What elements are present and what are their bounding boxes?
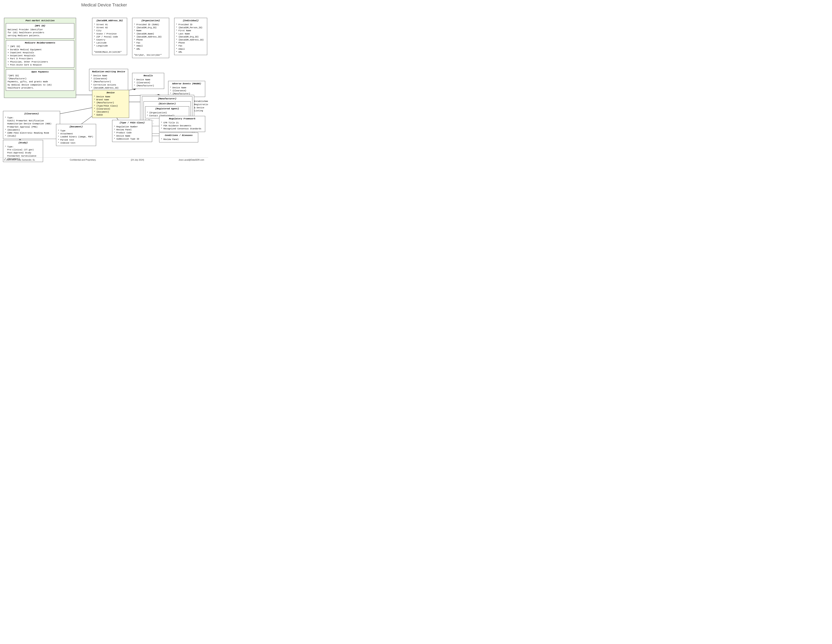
regulatory-title: Regulatory Framework (161, 117, 203, 120)
conditions-box: Conditions / Diseases * Review Panel (159, 133, 198, 143)
post-market-title: Post-market Activities (6, 19, 74, 22)
type-foia-title: {Type / FOIA Class} (114, 121, 150, 125)
radiation-title: Radiation-emitting Device (91, 70, 126, 74)
clearance-box: {Clearance} * Type: 510(k) Premarket Not… (3, 111, 60, 139)
datasdr-address-items: * Street 01 * Street 02 * City * State /… (94, 23, 125, 54)
footer-email: Jose.Lacal@DataSDR.com (179, 159, 204, 161)
conditions-items: * Review Panel (161, 138, 197, 141)
open-item-4: healthcare providers. (8, 87, 72, 90)
medicare-item-2: + Inpatient Hospitals (8, 51, 72, 54)
medicare-item-6: + Post–Acute Care & Hospice (8, 64, 72, 66)
open-payments-items: *{NPI ID} *{Manufacturer} Payments, gift… (8, 74, 72, 90)
type-foia-items: * Regulation Number * Review Panel * Pro… (114, 125, 150, 141)
datasdr-address-box: {DataSDR_Address_ID} * Street 01 * Stree… (92, 18, 127, 55)
medicare-item-0: * {NPI ID} (8, 45, 72, 48)
open-item-3: by medical device companies to (US) (8, 83, 72, 87)
medicare-item-1: + Durable Medical Equipment (8, 48, 72, 51)
medicare-item-3: + Outpatient Hospitals (8, 54, 72, 57)
document-title: {Document} (58, 125, 94, 128)
clearance-items: * Type: 510(k) Premarket Notification Hu… (5, 116, 58, 138)
conditions-title: Conditions / Diseases (161, 134, 197, 137)
footer: © 2020-2024 Data Santander, SL Confident… (0, 157, 208, 162)
open-item-0: *{NPI ID} (8, 74, 72, 77)
datasdr-address-title: {DataSDR_Address_ID} (94, 19, 125, 22)
regulatory-items: * CFR Title 21 * FDA Guidance Documents … (161, 121, 203, 131)
distributor-title: {Distributor} (145, 103, 189, 106)
adverse-events-items: * Device Name * {Clearance} * {Manufactu… (170, 86, 203, 96)
adverse-events-title: Adverse Events (MAUDE) (170, 82, 203, 85)
organization-items: * Provided ID (DUNS) * {DataSDR_Org_ID} … (134, 23, 167, 57)
organization-box: {Organization} * Provided ID (DUNS) * {D… (132, 18, 169, 58)
recalls-items: * Device Name * {Clearance} * {Manufactu… (134, 78, 162, 88)
medicare-item-5: + Physician, Other Practitioners (8, 61, 72, 64)
manufacturer-title: {Manufacturer} (144, 97, 191, 101)
individual-title: {Individual} (176, 19, 205, 22)
adverse-events-box: Adverse Events (MAUDE) * Device Name * {… (168, 81, 205, 97)
medicare-title: Medicare Reimbursements (8, 42, 72, 45)
radiation-device-box: Radiation-emitting Device * Device Name … (89, 69, 128, 91)
npi-title: {NPI ID} (8, 24, 72, 28)
npi-desc: National Provider Identifier for (US) he… (8, 28, 72, 37)
medicare-box: Medicare Reimbursements * {NPI ID} + Dur… (6, 40, 74, 68)
registered-agent-title: {Registered Agent} (147, 107, 187, 111)
radiation-items: * Device Name * {Clearance} * {Manufactu… (91, 74, 126, 90)
medicare-item-4: + Part D Prescribers (8, 57, 72, 60)
npi-box: {NPI ID} National Provider Identifier fo… (6, 23, 74, 38)
device-items: * Device Name * Brand name * {Manufactur… (94, 95, 127, 117)
regulatory-box: Regulatory Framework * CFR Title 21 * FD… (159, 116, 205, 132)
individual-items: * Provided ID * {DataSDR_Person_ID} * Fi… (176, 23, 205, 54)
recalls-title: Recalls (134, 74, 162, 77)
open-payments-box: Open Payments *{NPI ID} *{Manufacturer} … (6, 69, 74, 91)
footer-confidential: Confidential and Proprietary. (70, 159, 96, 161)
footer-date: [24 July 2024] (131, 159, 144, 161)
individual-box: {Individual} * Provided ID * {DataSDR_Pe… (174, 18, 207, 55)
establishment-label: Establishment Registration & Device List… (194, 100, 208, 112)
footer-copyright: © 2020-2024 Data Santander, SL (4, 159, 35, 161)
study-title: {Study} (5, 141, 41, 144)
medicare-items: * {NPI ID} + Durable Medical Equipment +… (8, 45, 72, 66)
clearance-title: {Clearance} (5, 112, 58, 115)
open-item-2: Payments, gifts, and grants made (8, 80, 72, 83)
type-foia-box: {Type / FOIA Class} * Regulation Number … (112, 120, 152, 142)
device-title: Device (94, 91, 127, 95)
organization-title: {Organization} (134, 19, 167, 22)
open-item-1: *{Manufacturer} (8, 77, 72, 80)
device-box: Device * Device Name * Brand name * {Man… (92, 90, 129, 118)
page-title: Medical Device Tracker (0, 0, 208, 9)
recalls-box: Recalls * Device Name * {Clearance} * {M… (132, 73, 164, 89)
document-box: {Document} * Type * Attachment * Loaded … (56, 124, 96, 146)
open-payments-title: Open Payments (8, 70, 72, 74)
post-market-box: Post-market Activities {NPI ID} National… (4, 18, 76, 98)
document-items: * Type * Attachment * Loaded binary (ima… (58, 129, 94, 144)
